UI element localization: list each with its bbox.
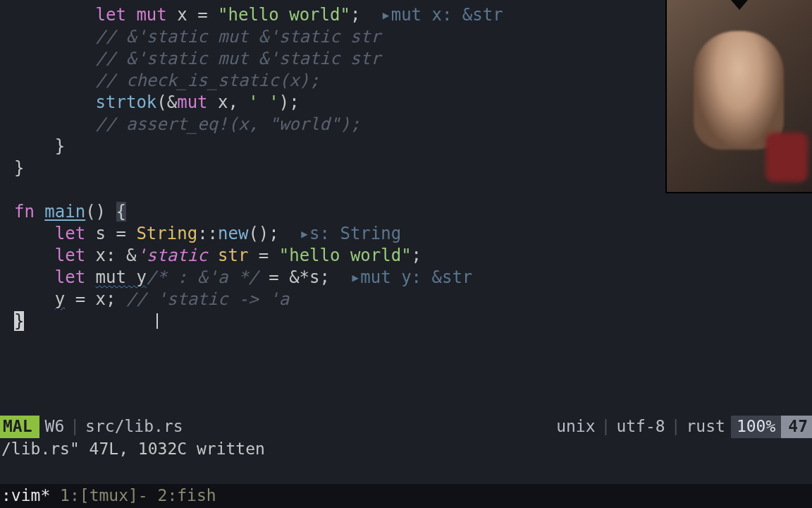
code-line: } <box>14 310 812 332</box>
code-line: fn main() { <box>14 201 812 223</box>
text-cursor <box>156 313 158 329</box>
chevron-down-icon <box>731 0 748 10</box>
webcam-overlay <box>665 0 812 193</box>
tmux-window[interactable]: 2:fish <box>148 485 216 507</box>
file-path: src/lib.rs <box>80 416 188 437</box>
scroll-percent: 100% <box>731 416 781 438</box>
tmux-window[interactable]: 1:[tmux]- <box>50 485 147 507</box>
statusline: MAL W6 | src/lib.rs unix | utf-8 | rust … <box>0 416 812 438</box>
code-line: y = x; // 'static -> 'a <box>14 289 812 310</box>
encoding: utf-8 <box>610 416 670 437</box>
cursor-position: 47 <box>781 416 812 438</box>
mode-indicator: MAL <box>0 416 39 438</box>
cursor: } <box>14 311 24 331</box>
code-line: let x: &'static str = "hello world"; <box>14 245 812 267</box>
fileformat: unix <box>550 416 601 437</box>
tmux-statusbar[interactable]: :vim* 1:[tmux]- 2:fish <box>0 484 812 508</box>
code-line: let s = String::new(); ▸s: String <box>14 223 812 245</box>
code-line: let mut y/* : &'a */ = &*s; ▸mut y: &str <box>14 267 812 289</box>
tmux-window-active[interactable]: :vim* <box>1 485 50 507</box>
window-number: W6 <box>39 416 70 437</box>
filetype: rust <box>681 416 731 437</box>
command-message: /lib.rs" 47L, 1032C written <box>0 438 812 461</box>
